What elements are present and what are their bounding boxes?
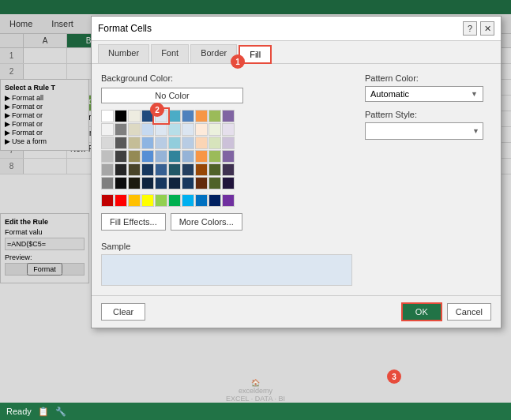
sample-preview bbox=[101, 254, 352, 286]
color-cell[interactable] bbox=[101, 110, 114, 122]
color-cell[interactable] bbox=[141, 123, 154, 136]
color-cell[interactable] bbox=[209, 177, 221, 189]
color-cell[interactable] bbox=[195, 123, 208, 136]
color-cell[interactable] bbox=[155, 137, 167, 149]
dropdown-arrow-icon: ▼ bbox=[471, 90, 478, 98]
color-cell[interactable] bbox=[209, 163, 221, 176]
tab-font[interactable]: Font bbox=[151, 44, 189, 63]
color-cell[interactable] bbox=[209, 110, 221, 122]
color-cell[interactable] bbox=[182, 177, 194, 189]
status-icon-1: 📋 bbox=[38, 407, 49, 417]
color-cell[interactable] bbox=[222, 123, 235, 136]
color-cell[interactable] bbox=[128, 163, 141, 176]
pattern-color-label: Pattern Color: bbox=[365, 73, 491, 83]
color-row-1 bbox=[101, 110, 352, 122]
color-cell[interactable] bbox=[168, 123, 181, 136]
color-cell[interactable] bbox=[222, 110, 235, 122]
color-cell[interactable] bbox=[141, 163, 154, 176]
color-row-standard bbox=[101, 194, 352, 207]
color-cell[interactable] bbox=[155, 194, 167, 207]
color-cell[interactable] bbox=[128, 194, 141, 207]
color-cell[interactable] bbox=[168, 150, 181, 163]
color-cell[interactable] bbox=[155, 163, 167, 176]
dropdown-arrow-icon: ▼ bbox=[472, 127, 479, 135]
color-cell[interactable] bbox=[141, 177, 154, 189]
badge-2: 2 bbox=[150, 103, 164, 117]
color-cell[interactable] bbox=[115, 137, 127, 149]
color-cell[interactable] bbox=[115, 110, 127, 122]
color-row-3 bbox=[101, 137, 352, 149]
color-cell[interactable] bbox=[101, 177, 114, 189]
sample-label: Sample bbox=[101, 242, 352, 251]
color-cell[interactable] bbox=[182, 194, 194, 207]
color-cell[interactable] bbox=[168, 177, 181, 189]
dialog-footer: Clear OK Cancel bbox=[92, 295, 501, 328]
color-cell[interactable] bbox=[222, 137, 235, 149]
color-cell[interactable] bbox=[141, 194, 154, 207]
color-cell[interactable] bbox=[195, 163, 208, 176]
dialog-title: Format Cells bbox=[98, 23, 152, 34]
color-cell[interactable] bbox=[182, 123, 194, 136]
color-cell[interactable] bbox=[182, 110, 194, 122]
color-cell[interactable] bbox=[128, 110, 141, 122]
color-cell[interactable] bbox=[128, 123, 141, 136]
no-color-button[interactable]: No Color bbox=[101, 88, 243, 103]
color-cell[interactable] bbox=[128, 137, 141, 149]
color-cell[interactable] bbox=[222, 150, 235, 163]
color-cell[interactable] bbox=[209, 137, 221, 149]
color-cell[interactable] bbox=[101, 194, 114, 207]
dialog-body: Background Color: No Color bbox=[92, 64, 501, 295]
pattern-color-dropdown[interactable]: Automatic ▼ bbox=[365, 86, 483, 102]
color-cell[interactable] bbox=[115, 163, 127, 176]
color-cell[interactable] bbox=[115, 150, 127, 163]
color-cell[interactable] bbox=[222, 177, 235, 189]
accent-buttons: Fill Effects... More Colors... bbox=[101, 213, 352, 231]
color-cell[interactable] bbox=[168, 110, 181, 122]
color-cell[interactable] bbox=[209, 150, 221, 163]
color-cell[interactable] bbox=[222, 194, 235, 207]
color-cell[interactable] bbox=[155, 177, 167, 189]
pattern-style-label: Pattern Style: bbox=[365, 110, 491, 119]
color-cell[interactable] bbox=[182, 163, 194, 176]
dialog-tabs: Number Font Border Fill bbox=[92, 41, 501, 64]
color-cell[interactable] bbox=[222, 163, 235, 176]
color-cell[interactable] bbox=[209, 123, 221, 136]
color-cell[interactable] bbox=[101, 163, 114, 176]
color-cell[interactable] bbox=[141, 137, 154, 149]
color-cell[interactable] bbox=[128, 150, 141, 163]
color-cell[interactable] bbox=[195, 177, 208, 189]
fill-effects-button[interactable]: Fill Effects... bbox=[101, 213, 166, 231]
color-cell[interactable] bbox=[101, 123, 114, 136]
color-cell[interactable] bbox=[195, 150, 208, 163]
color-cell[interactable] bbox=[155, 150, 167, 163]
color-cell[interactable] bbox=[168, 194, 181, 207]
color-cell[interactable] bbox=[101, 137, 114, 149]
cancel-button[interactable]: Cancel bbox=[447, 303, 491, 321]
color-palette bbox=[101, 110, 352, 207]
color-cell[interactable] bbox=[101, 150, 114, 163]
dialog-right-panel: Pattern Color: Automatic ▼ Pattern Style… bbox=[365, 73, 491, 286]
color-cell[interactable] bbox=[168, 163, 181, 176]
color-cell[interactable] bbox=[155, 123, 167, 136]
color-cell[interactable] bbox=[141, 150, 154, 163]
color-cell[interactable] bbox=[115, 123, 127, 136]
color-row-6 bbox=[101, 177, 352, 189]
pattern-style-dropdown[interactable]: ▼ bbox=[365, 122, 483, 140]
tab-number[interactable]: Number bbox=[98, 44, 149, 63]
help-button[interactable]: ? bbox=[463, 21, 477, 36]
ok-button[interactable]: OK bbox=[401, 302, 442, 321]
clear-button[interactable]: Clear bbox=[101, 303, 145, 321]
color-cell[interactable] bbox=[195, 110, 208, 122]
color-cell[interactable] bbox=[182, 150, 194, 163]
close-button[interactable]: ✕ bbox=[480, 21, 494, 36]
color-cell[interactable] bbox=[168, 137, 181, 149]
color-cell[interactable] bbox=[195, 137, 208, 149]
color-cell[interactable] bbox=[115, 194, 127, 207]
color-cell[interactable] bbox=[195, 194, 208, 207]
more-colors-button[interactable]: More Colors... bbox=[171, 213, 242, 231]
status-bar: Ready 📋 🔧 bbox=[0, 403, 511, 420]
color-cell[interactable] bbox=[182, 137, 194, 149]
color-cell[interactable] bbox=[209, 194, 221, 207]
color-cell[interactable] bbox=[128, 177, 141, 189]
color-cell[interactable] bbox=[115, 177, 127, 189]
